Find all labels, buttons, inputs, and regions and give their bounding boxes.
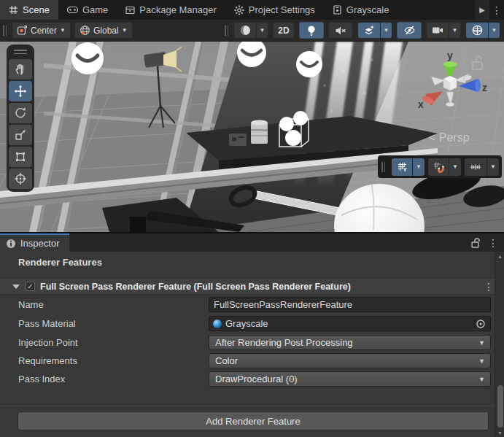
pivot-icon	[17, 25, 28, 36]
scene-viewport[interactable]: y z x < Persp	[0, 42, 504, 232]
rotate-tool-button[interactable]	[9, 103, 32, 123]
add-renderer-feature-label: Add Renderer Feature	[206, 416, 300, 427]
pass-index-value: DrawProcedural (0)	[215, 374, 298, 384]
camera-settings-dropdown[interactable]: ▼	[449, 23, 460, 38]
inspector-menu-button[interactable]: ⋮	[488, 237, 498, 249]
pivot-mode-label: Center	[31, 26, 57, 36]
foldout-arrow-icon[interactable]	[12, 285, 20, 289]
snap-toggle-button[interactable]: ▼	[428, 158, 461, 176]
toggles-drag-handle[interactable]	[225, 25, 230, 36]
scroll-up-icon[interactable]: ▲	[495, 254, 504, 259]
feature-menu-button[interactable]: ⋮	[484, 281, 494, 293]
perspective-label[interactable]: < Persp	[429, 131, 470, 144]
tab-package-manager[interactable]: Package Manager	[117, 0, 225, 20]
info-icon	[6, 239, 16, 249]
tab-scroll-right-button[interactable]: ▶	[475, 0, 489, 20]
dropdown-caret-icon: ▼	[452, 28, 458, 34]
add-renderer-feature-button[interactable]: Add Renderer Feature	[18, 411, 489, 430]
tab-grayscale[interactable]: Grayscale	[324, 0, 391, 20]
shaded-sphere-icon	[239, 24, 252, 36]
requirements-label: Requirements	[18, 355, 77, 366]
section-divider	[0, 406, 504, 406]
name-input[interactable]	[209, 297, 491, 312]
scene-audio-toggle[interactable]	[328, 22, 353, 39]
scroll-down-icon[interactable]: ▼	[495, 430, 504, 436]
unlock-icon[interactable]	[471, 238, 481, 248]
tab-bar-controls: ▶ ⋮	[475, 0, 504, 20]
rect-tool-button[interactable]	[9, 147, 32, 167]
injection-point-dropdown[interactable]: After Rendering Post Processing ▼	[209, 335, 491, 350]
snap-increment-button[interactable]: ▼	[465, 158, 499, 176]
dropdown-caret-icon: ▼	[490, 164, 496, 170]
magnet-grid-icon	[433, 161, 445, 173]
gizmo-sphere-icon	[471, 24, 484, 36]
scale-tool-button[interactable]	[9, 125, 32, 145]
pass-material-object-field[interactable]: Grayscale	[209, 316, 491, 331]
effects-dropdown[interactable]: ▼	[380, 23, 392, 38]
axis-x-label: x	[418, 98, 424, 110]
name-row: Name	[0, 297, 504, 313]
increment-dropdown[interactable]: ▼	[486, 158, 499, 176]
draw-mode-dropdown[interactable]: ▼	[256, 23, 268, 38]
tab-label: Scene	[23, 4, 50, 15]
tools-drag-handle[interactable]	[14, 47, 27, 58]
tab-label: Grayscale	[346, 4, 389, 15]
renderer-feature-header[interactable]: ✓ Full Screen Pass Renderer Feature (Ful…	[0, 278, 504, 295]
orientation-mode-button[interactable]: Global ▼	[74, 22, 133, 39]
rotate-icon	[14, 107, 27, 120]
unity-editor-window: Scene Game Package Manager Project Setti…	[0, 0, 504, 437]
scene-3d-render: y z x < Persp	[0, 42, 504, 232]
section-header: Renderer Features	[18, 257, 102, 268]
dropdown-caret-icon: ▼	[384, 28, 389, 34]
snapbar-drag-handle[interactable]	[381, 161, 387, 173]
tab-game[interactable]: Game	[58, 0, 117, 20]
tab-bar-menu-button[interactable]: ⋮	[489, 0, 504, 20]
pivot-mode-button[interactable]: Center ▼	[12, 22, 71, 39]
scene-visibility-toggle[interactable]	[397, 22, 422, 39]
eye-slash-icon	[403, 25, 416, 36]
pass-index-label: Pass Index	[18, 374, 65, 384]
effects-visibility-button[interactable]: ▼	[357, 22, 392, 39]
chevron-right-icon: ▶	[479, 6, 485, 14]
pass-material-value: Grayscale	[225, 318, 268, 329]
grid-dropdown[interactable]: ▼	[412, 158, 424, 176]
pass-material-label: Pass Material	[18, 318, 76, 329]
requirements-row: Requirements Color ▼	[0, 353, 504, 369]
tab-project-settings[interactable]: Project Settings	[225, 0, 324, 20]
injection-point-label: Injection Point	[18, 337, 78, 348]
scene-lighting-toggle[interactable]	[299, 22, 324, 39]
requirements-dropdown[interactable]: Color ▼	[209, 353, 491, 368]
pass-index-dropdown[interactable]: DrawProcedural (0) ▼	[209, 371, 491, 387]
dropdown-caret-icon: ▼	[452, 164, 458, 170]
transform-tool-button[interactable]	[9, 169, 32, 189]
scale-icon	[14, 128, 27, 142]
object-picker-icon[interactable]	[476, 319, 486, 329]
package-icon	[125, 6, 135, 15]
material-sphere-icon	[212, 319, 222, 329]
grid-y-icon: Y	[396, 161, 408, 173]
grid-visibility-button[interactable]: Y ▼	[392, 158, 424, 176]
tab-inspector[interactable]: Inspector	[0, 233, 69, 252]
move-icon	[14, 85, 27, 98]
snap-dropdown[interactable]: ▼	[449, 158, 461, 176]
tab-label: Project Settings	[249, 4, 315, 15]
feature-enabled-checkbox[interactable]: ✓	[26, 282, 35, 291]
draw-mode-button[interactable]: ▼	[233, 22, 268, 39]
inspector-tab-label: Inspector	[20, 238, 59, 249]
toolbar-drag-handle[interactable]	[3, 25, 9, 36]
dropdown-caret-icon: ▼	[478, 358, 485, 365]
inspector-scrollbar[interactable]: ▲ ▼	[495, 252, 504, 437]
view-tool-button[interactable]	[9, 59, 32, 80]
tab-scene[interactable]: Scene	[0, 0, 58, 20]
dropdown-caret-icon: ▼	[416, 164, 422, 170]
injection-point-row: Injection Point After Rendering Post Pro…	[0, 335, 504, 351]
grid-snap-overlay: Y ▼ ▼ ▼	[378, 155, 502, 178]
2d-label: 2D	[278, 26, 289, 36]
gizmos-toggle-button[interactable]: ▼	[465, 22, 500, 39]
move-tool-button[interactable]	[9, 81, 32, 101]
audio-muted-icon	[335, 26, 346, 36]
gizmos-dropdown[interactable]: ▼	[488, 23, 500, 38]
camera-settings-button[interactable]: ▼	[426, 22, 461, 39]
2d-toggle-button[interactable]: 2D	[273, 22, 295, 39]
scrollbar-thumb[interactable]	[497, 385, 503, 428]
